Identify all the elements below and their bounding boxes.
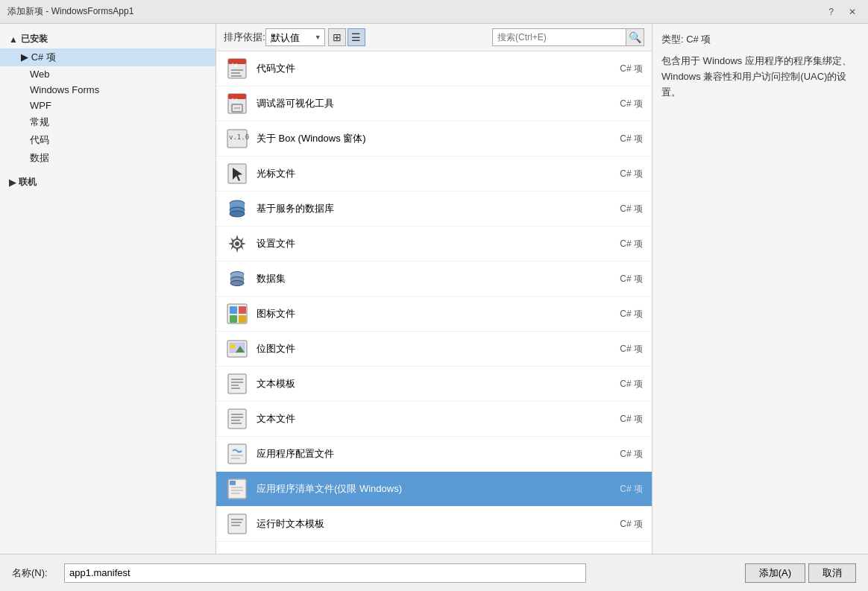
list-item[interactable]: C# 代码文件C# 项 bbox=[216, 51, 652, 86]
svg-rect-49 bbox=[230, 481, 236, 485]
item-icon-appconfig bbox=[225, 442, 249, 466]
sidebar-item-csharp[interactable]: ▶ C# 项 bbox=[0, 48, 216, 66]
item-icon-settings bbox=[225, 232, 249, 256]
item-name: 基于服务的数据库 bbox=[257, 202, 606, 215]
item-tag: C# 项 bbox=[613, 168, 643, 180]
item-tag: C# 项 bbox=[613, 98, 643, 110]
svg-rect-40 bbox=[228, 409, 246, 429]
sidebar-item-windowsforms[interactable]: Windows Forms bbox=[0, 82, 216, 98]
list-view-btn[interactable]: ☰ bbox=[347, 28, 365, 46]
middle-toolbar: 排序依据: 默认值 ⊞ ☰ 🔍 bbox=[216, 24, 652, 51]
list-item[interactable]: 文本模板C# 项 bbox=[216, 367, 652, 402]
sidebar-item-code[interactable]: 代码 bbox=[0, 131, 216, 149]
sidebar-item-general[interactable]: 常规 bbox=[0, 113, 216, 131]
name-input[interactable] bbox=[64, 563, 586, 583]
online-arrow: ▶ bbox=[9, 177, 16, 188]
sidebar-item-web[interactable]: Web bbox=[0, 66, 216, 82]
list-item[interactable]: 应用程序配置文件C# 项 bbox=[216, 437, 652, 472]
sort-label: 排序依据: bbox=[224, 31, 265, 44]
item-tag: C# 项 bbox=[613, 238, 643, 250]
item-icon-database bbox=[225, 197, 249, 221]
sidebar-item-data[interactable]: 数据 bbox=[0, 149, 216, 167]
svg-text:C#: C# bbox=[231, 98, 238, 104]
item-icon-runtimetext bbox=[225, 512, 249, 536]
item-icon-textfile bbox=[225, 407, 249, 431]
code-label: 代码 bbox=[30, 134, 49, 145]
item-icon-manifest bbox=[225, 477, 249, 501]
list-item[interactable]: 运行时文本模板C# 项 bbox=[216, 507, 652, 542]
item-name: 文本文件 bbox=[257, 412, 606, 426]
svg-text:v.1.0: v.1.0 bbox=[229, 133, 249, 141]
item-name: 关于 Box (Windows 窗体) bbox=[257, 132, 606, 145]
svg-rect-29 bbox=[230, 315, 237, 323]
item-tag: C# 项 bbox=[613, 308, 643, 320]
list-item[interactable]: 光标文件C# 项 bbox=[216, 157, 652, 192]
item-name: 图标文件 bbox=[257, 307, 606, 320]
search-wrap: 🔍 bbox=[492, 28, 644, 46]
svg-rect-27 bbox=[230, 306, 237, 314]
item-tag: C# 项 bbox=[613, 203, 643, 215]
item-tag: C# 项 bbox=[613, 483, 643, 496]
windowsforms-label: Windows Forms bbox=[30, 84, 99, 95]
close-button[interactable]: ✕ bbox=[844, 7, 861, 17]
title-bar-text: 添加新项 - WindowsFormsApp1 bbox=[7, 5, 133, 18]
online-label: 联机 bbox=[19, 176, 37, 189]
list-item[interactable]: 基于服务的数据库C# 项 bbox=[216, 192, 652, 227]
item-icon-bitmap bbox=[225, 337, 249, 361]
item-tag: C# 项 bbox=[613, 518, 643, 531]
list-item[interactable]: 设置文件C# 项 bbox=[216, 227, 652, 262]
item-tag: C# 项 bbox=[613, 133, 643, 145]
installed-label: 已安装 bbox=[21, 33, 48, 45]
view-buttons: ⊞ ☰ bbox=[328, 28, 365, 46]
cancel-button[interactable]: 取消 bbox=[808, 563, 856, 583]
search-button[interactable]: 🔍 bbox=[626, 28, 644, 46]
csharp-arrow: ▶ bbox=[21, 51, 31, 63]
svg-rect-28 bbox=[239, 306, 246, 314]
list-item[interactable]: 文本文件C# 项 bbox=[216, 402, 652, 437]
svg-point-19 bbox=[230, 211, 245, 217]
grid-view-btn[interactable]: ⊞ bbox=[328, 28, 346, 46]
item-name: 文本模板 bbox=[257, 377, 606, 391]
item-tag: C# 项 bbox=[613, 378, 643, 391]
item-icon-cursor bbox=[225, 162, 249, 186]
list-item[interactable]: v.1.0 关于 Box (Windows 窗体)C# 项 bbox=[216, 121, 652, 157]
middle-panel: 排序依据: 默认值 ⊞ ☰ 🔍 C# 代码文件 bbox=[216, 24, 652, 554]
right-panel: 类型: C# 项 包含用于 Windows 应用程序的程序集绑定、Windows… bbox=[652, 24, 868, 554]
item-name: 应用程序清单文件(仅限 Windows) bbox=[257, 482, 606, 496]
help-button[interactable]: ? bbox=[824, 7, 838, 17]
search-input[interactable] bbox=[492, 28, 626, 46]
title-bar: 添加新项 - WindowsFormsApp1 ? ✕ bbox=[0, 0, 868, 24]
web-label: Web bbox=[30, 69, 50, 80]
item-name: 设置文件 bbox=[257, 237, 606, 250]
item-icon-dataset bbox=[225, 267, 249, 291]
item-tag: C# 项 bbox=[613, 273, 643, 285]
item-tag: C# 项 bbox=[613, 343, 643, 355]
general-label: 常规 bbox=[30, 116, 49, 127]
online-section: ▶ 联机 bbox=[0, 173, 216, 192]
list-item[interactable]: C# 调试器可视化工具C# 项 bbox=[216, 86, 652, 121]
name-label: 名称(N): bbox=[12, 566, 57, 580]
data-label: 数据 bbox=[30, 152, 49, 163]
bottom-buttons: 添加(A) 取消 bbox=[745, 563, 856, 583]
item-name: 位图文件 bbox=[257, 342, 606, 355]
list-item[interactable]: 数据集C# 项 bbox=[216, 262, 652, 297]
sort-select[interactable]: 默认值 bbox=[265, 28, 325, 46]
left-panel: ▲ 已安装 ▶ C# 项 Web Windows Forms WPF 常规 代码… bbox=[0, 24, 216, 554]
title-bar-controls: ? ✕ bbox=[824, 7, 861, 17]
bottom-bar: 名称(N): 添加(A) 取消 bbox=[0, 554, 868, 591]
list-item[interactable]: 应用程序清单文件(仅限 Windows)C# 项 bbox=[216, 472, 652, 507]
list-item[interactable]: 位图文件C# 项 bbox=[216, 332, 652, 367]
item-icon-icon bbox=[225, 302, 249, 326]
sort-select-wrap[interactable]: 默认值 bbox=[265, 28, 325, 46]
svg-rect-45 bbox=[228, 444, 246, 464]
list-item[interactable]: 图标文件C# 项 bbox=[216, 297, 652, 332]
dialog-body: ▲ 已安装 ▶ C# 项 Web Windows Forms WPF 常规 代码… bbox=[0, 24, 868, 554]
svg-point-33 bbox=[230, 344, 235, 349]
svg-point-25 bbox=[230, 281, 244, 286]
wpf-label: WPF bbox=[30, 100, 51, 111]
item-name: 数据集 bbox=[257, 272, 606, 285]
svg-rect-35 bbox=[228, 374, 246, 394]
sidebar-item-wpf[interactable]: WPF bbox=[0, 98, 216, 113]
item-icon-code: C# bbox=[225, 57, 249, 80]
add-button[interactable]: 添加(A) bbox=[745, 563, 805, 583]
